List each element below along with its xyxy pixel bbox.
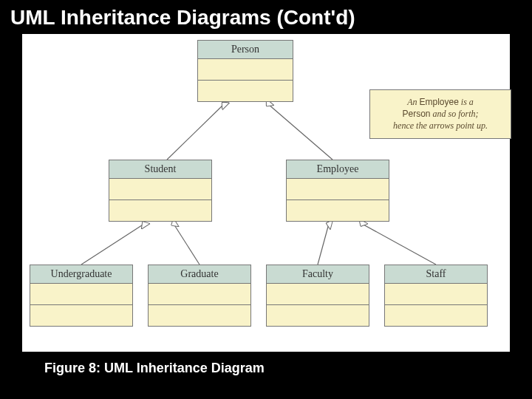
class-box-graduate: Graduate bbox=[148, 265, 251, 327]
class-methods bbox=[30, 305, 132, 326]
annotation-note: An Employee is a Person and so forth; he… bbox=[369, 89, 511, 139]
diagram-canvas: Person An Employee is a Person and so fo… bbox=[22, 34, 510, 352]
class-box-faculty: Faculty bbox=[266, 265, 369, 327]
figure-caption: Figure 8: UML Inheritance Diagram bbox=[0, 352, 532, 385]
class-methods bbox=[287, 200, 389, 221]
svg-line-5 bbox=[362, 224, 436, 265]
class-attributes bbox=[30, 284, 132, 305]
class-attributes bbox=[109, 179, 211, 200]
class-name: Person bbox=[198, 41, 293, 59]
svg-line-4 bbox=[318, 224, 329, 265]
class-attributes bbox=[267, 284, 369, 305]
svg-line-0 bbox=[167, 104, 224, 160]
svg-line-2 bbox=[81, 224, 144, 265]
class-methods bbox=[385, 305, 487, 326]
class-box-undergraduate: Undergraduate bbox=[30, 265, 133, 327]
class-name: Employee bbox=[287, 160, 389, 179]
class-box-person: Person bbox=[197, 40, 293, 102]
svg-line-3 bbox=[174, 224, 200, 265]
class-name: Faculty bbox=[267, 265, 369, 284]
class-box-employee: Employee bbox=[286, 160, 389, 222]
class-name: Staff bbox=[385, 265, 487, 284]
class-methods bbox=[109, 200, 211, 221]
class-attributes bbox=[287, 179, 389, 200]
class-attributes bbox=[149, 284, 250, 305]
class-methods bbox=[267, 305, 369, 326]
class-methods bbox=[198, 81, 293, 101]
class-name: Graduate bbox=[149, 265, 250, 284]
class-name: Undergraduate bbox=[30, 265, 132, 284]
class-attributes bbox=[385, 284, 487, 305]
slide-title: UML Inheritance Diagrams (Cont'd) bbox=[0, 0, 532, 34]
svg-line-1 bbox=[268, 104, 332, 160]
class-attributes bbox=[198, 59, 293, 81]
class-box-student: Student bbox=[109, 160, 212, 222]
class-methods bbox=[149, 305, 250, 326]
class-name: Student bbox=[109, 160, 211, 179]
class-box-staff: Staff bbox=[384, 265, 488, 327]
